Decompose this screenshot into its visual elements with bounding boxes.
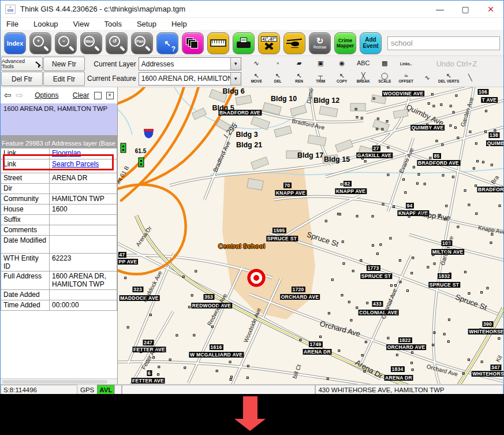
search-input[interactable] [387, 36, 500, 50]
break-icon[interactable]: ╳BREAK [353, 73, 374, 84]
attribute-value [50, 184, 117, 194]
circle-icon[interactable]: ◉ [331, 60, 353, 67]
zoom-in-button[interactable]: + [29, 32, 51, 54]
new-ftr-button[interactable]: New Ftr [43, 57, 85, 71]
pan-button[interactable]: Pan [131, 32, 153, 54]
attribute-label: Link [1, 159, 50, 173]
redraw-icon: ↻ [316, 37, 324, 45]
zoom-max-button[interactable]: Max [80, 32, 102, 54]
measure-button[interactable] [207, 32, 229, 54]
text-tool-icon[interactable]: ABC [353, 60, 374, 67]
clear-link[interactable]: Clear [73, 91, 89, 99]
coordinates-button[interactable]: 41°,-87° [258, 32, 280, 54]
add-event-button[interactable]: AddEvent [360, 32, 382, 54]
attribute-value[interactable]: Search Parcels [50, 159, 117, 173]
panel-horizontal-scrollbar[interactable] [1, 378, 117, 384]
map-viewport[interactable]: 106T AVEWOODVINE AVEQUIMBY AVE138QUIMBY2… [118, 87, 503, 384]
menu-view[interactable]: View [73, 20, 89, 28]
attribute-label: Suffix [1, 215, 50, 225]
attribute-label: Comments [1, 225, 50, 236]
attribute-label: Date Added [1, 290, 50, 300]
del-verts-cursor-icon[interactable]: ↖DEL VERTS [438, 73, 460, 84]
move-cursor-icon[interactable]: ↖MOVE [246, 73, 267, 84]
zoom-previous-button[interactable]: ↺ [106, 32, 128, 54]
menu-help[interactable]: Help [171, 20, 187, 28]
index-button[interactable]: Index [4, 32, 26, 54]
attribute-value: HAMILTON TWP [50, 194, 117, 205]
crime-mapper-button[interactable]: CrimeMapper [334, 32, 356, 54]
attribute-row: CommunityHAMILTON TWP [1, 194, 117, 205]
chevron-down-icon[interactable]: ▼ [230, 58, 241, 70]
detach-icon[interactable] [94, 92, 102, 99]
current-layer-select[interactable]: Addresses ▼ [139, 57, 241, 70]
edit-ftr-button[interactable]: Edit Ftr [43, 72, 85, 86]
menu-file[interactable]: File [6, 20, 18, 28]
attribute-row: Comments [1, 225, 117, 236]
redraw-button[interactable]: ↻Redraw [309, 32, 331, 54]
attribute-row: Dir [1, 184, 117, 194]
attribute-table: LinkFloorplanLinkSearch ParcelsStreetARE… [1, 148, 117, 311]
attribute-value[interactable]: Floorplan [50, 148, 117, 159]
attribute-value: 1600 ARENA DR, HAMILTON TWP [50, 272, 117, 290]
red-arrow-icon [243, 396, 257, 419]
attribute-row: Time Added00:00:00 [1, 300, 117, 311]
selected-feature[interactable]: 1600 ARENA DR, HAMILTON TWP [1, 103, 117, 135]
polygon-icon[interactable]: ▰ [289, 60, 310, 67]
delete-cursor-icon[interactable]: ↖DEL [267, 73, 289, 84]
back-arrow-icon[interactable]: ⇦ [4, 90, 12, 101]
scale-icon[interactable]: ◯SCALE [374, 73, 395, 84]
menu-lookup[interactable]: Lookup [33, 20, 58, 28]
trim-icon[interactable]: ┬TRIM [310, 73, 331, 84]
map-canvas [118, 87, 503, 384]
cursor-address-indicator: 430 WHITEHORSE AVE, HAMILTON TWP [315, 385, 503, 395]
layers-icon [186, 36, 200, 50]
attribute-row: Date Added [1, 290, 117, 300]
diagonal-icon[interactable]: ╲ [460, 75, 481, 81]
layers-button[interactable] [182, 32, 204, 54]
polyline-icon[interactable]: ∿ [246, 60, 267, 67]
attribute-label: Dir [1, 184, 50, 194]
links-icon[interactable]: Links.. [395, 62, 417, 66]
attribute-label: Street [1, 173, 50, 184]
search-parcels-link[interactable]: Search Parcels [52, 160, 99, 168]
del-ftr-button[interactable]: Del Ftr [1, 72, 43, 86]
options-link[interactable]: Options [35, 91, 58, 99]
menu-tools[interactable]: Tools [104, 20, 122, 28]
advanced-tools-button[interactable]: Advanced Tools [1, 57, 43, 71]
wave-icon[interactable]: ∿ [417, 75, 438, 81]
close-button[interactable]: × [478, 1, 503, 17]
floorplan-link[interactable]: Floorplan [52, 149, 81, 157]
identify-button[interactable]: ↖? [156, 32, 178, 54]
menu-setup[interactable]: Setup [137, 20, 156, 28]
maximize-button[interactable]: ▢ [453, 1, 478, 17]
edit-toolbar: Advanced Tools Del Ftr New Ftr Edit Ftr … [1, 56, 503, 87]
copy-cursor-icon[interactable]: ↖COPY [331, 73, 353, 84]
polygon-dot-icon[interactable]: ▣ [310, 60, 331, 67]
attribute-row: House1600 [1, 205, 117, 215]
selected-feature-marker [247, 269, 266, 288]
attribute-label: Time Added [1, 300, 50, 311]
cursor-icon: ↖ [164, 39, 171, 47]
chevron-down-icon[interactable]: ▼ [230, 73, 241, 85]
helicopter-button[interactable] [283, 32, 305, 54]
crossroads-icon [264, 42, 274, 50]
attribute-row: LinkFloorplan [1, 148, 117, 159]
rename-cursor-icon[interactable]: ↖REN [289, 73, 310, 84]
image-tool-icon[interactable]: ▩ [374, 60, 395, 67]
print-button[interactable] [233, 32, 255, 54]
title-bar: ≡GIS Think GIS 4.44.230626 - c:\thinkgis… [1, 1, 503, 18]
ruler-icon [210, 39, 226, 47]
attribute-row: Date Modified [1, 236, 117, 254]
close-panel-icon[interactable]: × [106, 92, 114, 99]
attribute-label: Link [1, 148, 50, 159]
minimize-button[interactable]: — [427, 1, 453, 17]
red-arrow-head [234, 419, 266, 431]
attribute-value [50, 236, 117, 254]
zoom-out-button[interactable]: − [55, 32, 77, 54]
forward-arrow-icon[interactable]: ⇨ [16, 90, 24, 101]
vertex-icon[interactable]: ▫ [267, 60, 289, 67]
helicopter-icon [286, 37, 303, 50]
current-feature-select[interactable]: 1600 ARENA DR, HAMILTON ▼ [139, 72, 241, 85]
printer-icon [236, 38, 251, 49]
offset-icon[interactable]: ≈OFFSET [395, 73, 417, 84]
